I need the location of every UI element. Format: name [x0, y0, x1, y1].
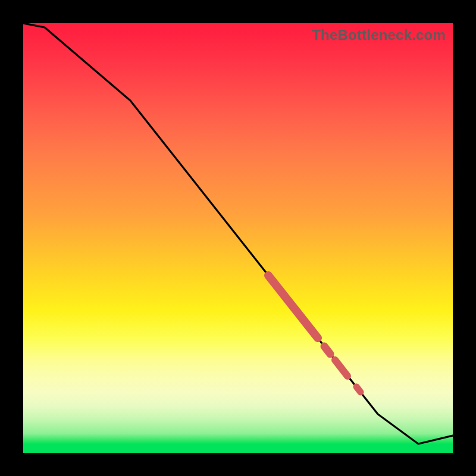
highlight-segment-1: [268, 275, 318, 338]
plot-area: TheBottleneck.com: [23, 23, 453, 453]
watermark-text: TheBottleneck.com: [312, 27, 446, 43]
highlight-segment-3: [335, 360, 347, 376]
bottleneck-curve: [23, 23, 453, 444]
highlight-segment-2: [324, 346, 330, 354]
chart-frame: TheBottleneck.com: [0, 0, 476, 476]
highlight-segment-4: [356, 387, 361, 392]
curve-layer: [23, 23, 453, 453]
